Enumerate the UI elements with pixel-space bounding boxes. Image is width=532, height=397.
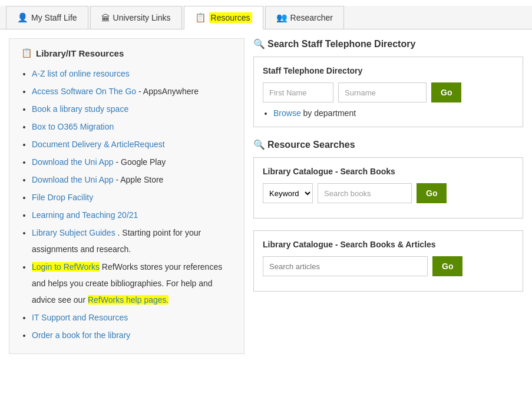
- box-migration-link[interactable]: Box to O365 Migration: [32, 122, 114, 131]
- search-resource-icon: [253, 139, 265, 150]
- download-uni-google-link[interactable]: Download the Uni App: [32, 157, 114, 167]
- search-books-input[interactable]: [318, 183, 412, 203]
- it-support-link[interactable]: IT Support and Resources: [32, 313, 128, 322]
- search-telephone-icon: [253, 38, 265, 49]
- keyword-select[interactable]: Keyword Title Author ISBN: [263, 184, 312, 203]
- download-uni-apple-link[interactable]: Download the Uni App: [32, 175, 114, 184]
- tab-university-links-label: University Links: [113, 13, 171, 22]
- refworks-help-link[interactable]: RefWorks help pages.: [88, 295, 168, 305]
- list-item: IT Support and Resources: [32, 309, 232, 326]
- left-panel: 📋 Library/IT Resources A-Z list of onlin…: [9, 38, 244, 354]
- keyword-select-wrap: Keyword Title Author ISBN: [263, 183, 313, 203]
- tabs-bar: 👤 My Staff Life 🏛 University Links 📋 Res…: [0, 6, 532, 29]
- list-item: Book a library study space: [32, 101, 232, 117]
- group-icon: 👥: [276, 12, 288, 23]
- tab-resources[interactable]: 📋 Resources: [184, 6, 263, 29]
- clipboard-icon: 📋: [195, 12, 206, 23]
- search-articles-title: Library Catalogue - Search Books & Artic…: [263, 240, 514, 249]
- person-icon: 👤: [17, 12, 28, 23]
- list-item: Box to O365 Migration: [32, 118, 232, 135]
- search-articles-widget: Library Catalogue - Search Books & Artic…: [253, 230, 523, 292]
- document-delivery-link[interactable]: Document Delivery & ArticleRequest: [32, 140, 165, 149]
- telephone-widget-title: Staff Telephone Directory: [263, 66, 514, 75]
- list-item: Library Subject Guides . Starting point …: [32, 224, 232, 257]
- library-subject-guides-link[interactable]: Library Subject Guides: [32, 228, 115, 237]
- list-item: Order a book for the library: [32, 327, 232, 343]
- main-content: 📋 Library/IT Resources A-Z list of onlin…: [0, 29, 532, 363]
- right-panel: Search Staff Telephone Directory Staff T…: [253, 38, 523, 354]
- az-list-link[interactable]: A-Z list of online resources: [32, 69, 130, 78]
- search-articles-input[interactable]: [263, 256, 428, 276]
- building-icon: 🏛: [101, 13, 110, 23]
- search-articles-input-row: Go: [263, 256, 514, 276]
- book-icon: 📋: [21, 48, 32, 58]
- file-drop-link[interactable]: File Drop Facility: [32, 193, 93, 202]
- browse-suffix: by department: [303, 108, 356, 118]
- telephone-input-row: Go: [263, 82, 514, 102]
- list-item: Document Delivery & ArticleRequest: [32, 136, 232, 153]
- tab-my-staff-life-label: My Staff Life: [31, 13, 77, 22]
- firstname-input[interactable]: [263, 82, 333, 102]
- login-refworks-link[interactable]: Login to RefWorks: [32, 262, 100, 272]
- browse-department-link[interactable]: Browse: [273, 108, 301, 118]
- search-books-widget: Library Catalogue - Search Books Keyword…: [253, 157, 523, 219]
- learning-teaching-link[interactable]: Learning and Teaching 20/21: [32, 210, 138, 220]
- order-book-link[interactable]: Order a book for the library: [32, 330, 130, 340]
- tab-my-staff-life[interactable]: 👤 My Staff Life: [6, 6, 88, 29]
- tab-university-links[interactable]: 🏛 University Links: [90, 6, 182, 29]
- tab-researcher-label: Researcher: [290, 13, 333, 22]
- search-books-input-row: Keyword Title Author ISBN Go: [263, 183, 514, 203]
- resource-section-title: Resource Searches: [253, 139, 523, 150]
- surname-input[interactable]: [338, 82, 427, 102]
- access-software-suffix: - AppsAnywhere: [138, 87, 199, 96]
- list-item: Download the Uni App - Google Play: [32, 154, 232, 170]
- list-item: A-Z list of online resources: [32, 65, 232, 82]
- search-books-title: Library Catalogue - Search Books: [263, 167, 514, 176]
- tab-resources-label: Resources: [209, 12, 252, 23]
- list-item: Learning and Teaching 20/21: [32, 207, 232, 223]
- book-library-study-link[interactable]: Book a library study space: [32, 104, 128, 114]
- list-item: Access Software On The Go - AppsAnywhere: [32, 83, 232, 100]
- resource-links-list: A-Z list of online resources Access Soft…: [21, 65, 232, 343]
- telephone-section-title: Search Staff Telephone Directory: [253, 38, 523, 49]
- telephone-widget: Staff Telephone Directory Go Browse by d…: [253, 57, 523, 127]
- tab-researcher[interactable]: 👥 Researcher: [265, 6, 344, 29]
- telephone-go-button[interactable]: Go: [431, 82, 461, 102]
- list-item: File Drop Facility: [32, 189, 232, 206]
- left-panel-title: 📋 Library/IT Resources: [21, 48, 232, 58]
- list-item: Download the Uni App - Apple Store: [32, 171, 232, 188]
- access-software-link[interactable]: Access Software On The Go: [32, 87, 136, 96]
- download-uni-google-suffix: - Google Play: [115, 157, 166, 167]
- search-articles-go-button[interactable]: Go: [432, 256, 462, 276]
- search-books-go-button[interactable]: Go: [417, 183, 447, 203]
- download-uni-apple-suffix: - Apple Store: [115, 175, 163, 184]
- list-item: Login to RefWorks RefWorks stores your r…: [32, 259, 232, 308]
- browse-department-line: Browse by department: [263, 108, 514, 118]
